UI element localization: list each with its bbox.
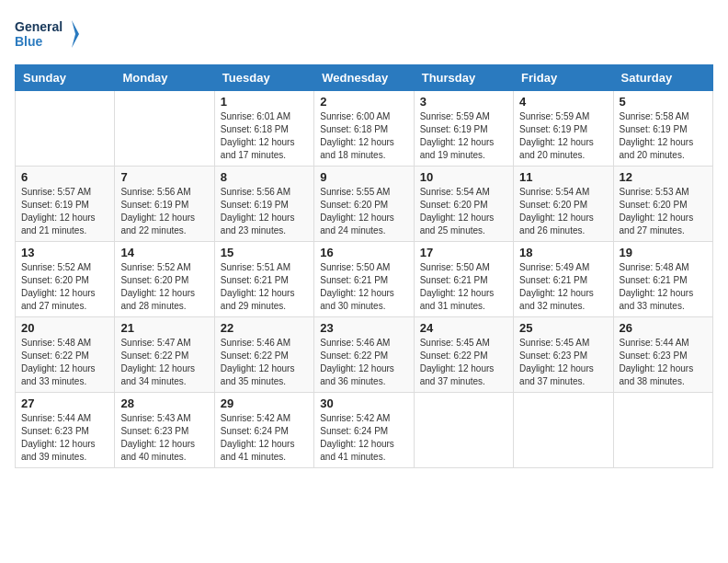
day-number: 28: [120, 396, 208, 410]
day-info: Sunrise: 5:51 AM Sunset: 6:21 PM Dayligh…: [221, 261, 308, 313]
day-number: 6: [21, 170, 108, 184]
calendar-cell: 12Sunrise: 5:53 AM Sunset: 6:20 PM Dayli…: [613, 167, 712, 242]
calendar-cell: 24Sunrise: 5:45 AM Sunset: 6:22 PM Dayli…: [414, 317, 513, 393]
day-number: 1: [221, 95, 308, 109]
day-number: 3: [420, 95, 507, 109]
day-number: 5: [620, 95, 707, 109]
calendar-cell: 16Sunrise: 5:50 AM Sunset: 6:21 PM Dayli…: [314, 242, 414, 317]
calendar-cell: 23Sunrise: 5:46 AM Sunset: 6:22 PM Dayli…: [314, 317, 414, 393]
day-info: Sunrise: 5:53 AM Sunset: 6:20 PM Dayligh…: [620, 186, 707, 237]
day-info: Sunrise: 5:55 AM Sunset: 6:20 PM Dayligh…: [320, 186, 407, 237]
calendar-cell: 2Sunrise: 6:00 AM Sunset: 6:18 PM Daylig…: [314, 91, 414, 167]
calendar-cell: 27Sunrise: 5:44 AM Sunset: 6:23 PM Dayli…: [16, 393, 115, 468]
weekday-header-row: SundayMondayTuesdayWednesdayThursdayFrid…: [16, 65, 713, 91]
svg-text:Blue: Blue: [15, 34, 43, 49]
day-number: 9: [320, 170, 407, 184]
day-number: 18: [519, 246, 607, 259]
day-info: Sunrise: 6:00 AM Sunset: 6:18 PM Dayligh…: [320, 110, 407, 162]
calendar-cell: 15Sunrise: 5:51 AM Sunset: 6:21 PM Dayli…: [214, 242, 313, 317]
day-info: Sunrise: 5:45 AM Sunset: 6:23 PM Dayligh…: [519, 337, 607, 388]
day-info: Sunrise: 5:56 AM Sunset: 6:19 PM Dayligh…: [120, 186, 208, 237]
calendar-cell: [414, 393, 513, 468]
day-info: Sunrise: 5:44 AM Sunset: 6:23 PM Dayligh…: [620, 337, 707, 388]
day-info: Sunrise: 5:50 AM Sunset: 6:21 PM Dayligh…: [420, 261, 507, 313]
day-info: Sunrise: 5:47 AM Sunset: 6:22 PM Dayligh…: [120, 337, 208, 388]
calendar-cell: 20Sunrise: 5:48 AM Sunset: 6:22 PM Dayli…: [16, 317, 115, 393]
weekday-header: Saturday: [613, 65, 712, 91]
day-info: Sunrise: 5:54 AM Sunset: 6:20 PM Dayligh…: [420, 186, 507, 237]
calendar-cell: 28Sunrise: 5:43 AM Sunset: 6:23 PM Dayli…: [115, 393, 214, 468]
day-info: Sunrise: 5:44 AM Sunset: 6:23 PM Dayligh…: [21, 412, 108, 464]
day-number: 19: [620, 246, 707, 259]
day-number: 29: [221, 396, 308, 410]
day-info: Sunrise: 5:52 AM Sunset: 6:20 PM Dayligh…: [120, 261, 208, 313]
day-number: 4: [519, 95, 607, 109]
day-info: Sunrise: 5:43 AM Sunset: 6:23 PM Dayligh…: [120, 412, 208, 464]
calendar-cell: 1Sunrise: 6:01 AM Sunset: 6:18 PM Daylig…: [214, 91, 313, 167]
weekday-header: Sunday: [16, 65, 115, 91]
calendar-cell: 13Sunrise: 5:52 AM Sunset: 6:20 PM Dayli…: [16, 242, 115, 317]
calendar-cell: 17Sunrise: 5:50 AM Sunset: 6:21 PM Dayli…: [414, 242, 513, 317]
day-info: Sunrise: 5:45 AM Sunset: 6:22 PM Dayligh…: [420, 337, 507, 388]
svg-text:General: General: [15, 19, 63, 34]
calendar-cell: [514, 393, 613, 468]
day-number: 20: [21, 321, 108, 335]
day-number: 8: [221, 170, 308, 184]
day-info: Sunrise: 5:48 AM Sunset: 6:21 PM Dayligh…: [620, 261, 707, 313]
logo-svg: General Blue: [15, 15, 79, 53]
day-info: Sunrise: 6:01 AM Sunset: 6:18 PM Dayligh…: [221, 110, 308, 162]
header: General Blue: [15, 15, 713, 53]
calendar-cell: 5Sunrise: 5:58 AM Sunset: 6:19 PM Daylig…: [613, 91, 712, 167]
day-info: Sunrise: 5:49 AM Sunset: 6:21 PM Dayligh…: [519, 261, 607, 313]
day-info: Sunrise: 5:56 AM Sunset: 6:19 PM Dayligh…: [221, 186, 308, 237]
day-number: 10: [420, 170, 507, 184]
logo: General Blue: [15, 15, 79, 53]
weekday-header: Wednesday: [314, 65, 414, 91]
calendar-week-row: 20Sunrise: 5:48 AM Sunset: 6:22 PM Dayli…: [16, 317, 713, 393]
weekday-header: Tuesday: [214, 65, 313, 91]
weekday-header: Friday: [514, 65, 613, 91]
calendar-cell: 25Sunrise: 5:45 AM Sunset: 6:23 PM Dayli…: [514, 317, 613, 393]
day-info: Sunrise: 5:59 AM Sunset: 6:19 PM Dayligh…: [519, 110, 607, 162]
day-number: 27: [21, 396, 108, 410]
day-info: Sunrise: 5:48 AM Sunset: 6:22 PM Dayligh…: [21, 337, 108, 388]
day-number: 15: [221, 246, 308, 259]
calendar-cell: 26Sunrise: 5:44 AM Sunset: 6:23 PM Dayli…: [613, 317, 712, 393]
weekday-header: Thursday: [414, 65, 513, 91]
day-info: Sunrise: 5:50 AM Sunset: 6:21 PM Dayligh…: [320, 261, 407, 313]
day-number: 16: [320, 246, 407, 259]
day-number: 30: [320, 396, 407, 410]
day-info: Sunrise: 5:57 AM Sunset: 6:19 PM Dayligh…: [21, 186, 108, 237]
day-info: Sunrise: 5:46 AM Sunset: 6:22 PM Dayligh…: [320, 337, 407, 388]
calendar-cell: 11Sunrise: 5:54 AM Sunset: 6:20 PM Dayli…: [514, 167, 613, 242]
calendar-cell: [16, 91, 115, 167]
day-info: Sunrise: 5:46 AM Sunset: 6:22 PM Dayligh…: [221, 337, 308, 388]
calendar-cell: 3Sunrise: 5:59 AM Sunset: 6:19 PM Daylig…: [414, 91, 513, 167]
calendar-cell: [115, 91, 214, 167]
day-info: Sunrise: 5:52 AM Sunset: 6:20 PM Dayligh…: [21, 261, 108, 313]
day-number: 2: [320, 95, 407, 109]
calendar-cell: [613, 393, 712, 468]
day-number: 23: [320, 321, 407, 335]
day-info: Sunrise: 5:42 AM Sunset: 6:24 PM Dayligh…: [320, 412, 407, 464]
day-info: Sunrise: 5:59 AM Sunset: 6:19 PM Dayligh…: [420, 110, 507, 162]
day-info: Sunrise: 5:54 AM Sunset: 6:20 PM Dayligh…: [519, 186, 607, 237]
day-number: 24: [420, 321, 507, 335]
day-number: 22: [221, 321, 308, 335]
calendar-week-row: 27Sunrise: 5:44 AM Sunset: 6:23 PM Dayli…: [16, 393, 713, 468]
day-number: 11: [519, 170, 607, 184]
day-info: Sunrise: 5:42 AM Sunset: 6:24 PM Dayligh…: [221, 412, 308, 464]
day-number: 14: [120, 246, 208, 259]
calendar: SundayMondayTuesdayWednesdayThursdayFrid…: [15, 64, 713, 468]
calendar-cell: 21Sunrise: 5:47 AM Sunset: 6:22 PM Dayli…: [115, 317, 214, 393]
calendar-cell: 10Sunrise: 5:54 AM Sunset: 6:20 PM Dayli…: [414, 167, 513, 242]
day-number: 17: [420, 246, 507, 259]
calendar-week-row: 6Sunrise: 5:57 AM Sunset: 6:19 PM Daylig…: [16, 167, 713, 242]
calendar-week-row: 1Sunrise: 6:01 AM Sunset: 6:18 PM Daylig…: [16, 91, 713, 167]
day-info: Sunrise: 5:58 AM Sunset: 6:19 PM Dayligh…: [620, 110, 707, 162]
day-number: 26: [620, 321, 707, 335]
calendar-cell: 6Sunrise: 5:57 AM Sunset: 6:19 PM Daylig…: [16, 167, 115, 242]
calendar-week-row: 13Sunrise: 5:52 AM Sunset: 6:20 PM Dayli…: [16, 242, 713, 317]
calendar-cell: 30Sunrise: 5:42 AM Sunset: 6:24 PM Dayli…: [314, 393, 414, 468]
calendar-cell: 7Sunrise: 5:56 AM Sunset: 6:19 PM Daylig…: [115, 167, 214, 242]
